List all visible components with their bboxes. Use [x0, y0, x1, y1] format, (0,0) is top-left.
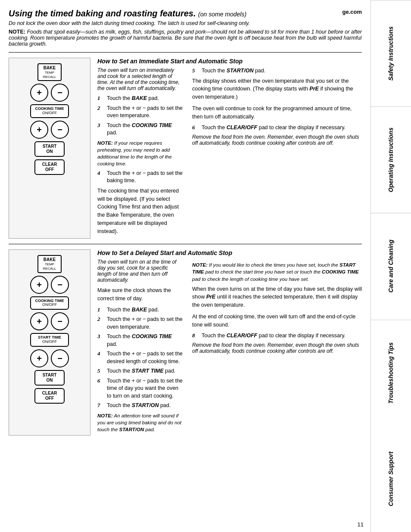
start-button-s2[interactable]: START ON	[34, 370, 65, 386]
page-number: 11	[358, 521, 364, 528]
note-label: NOTE:	[9, 29, 25, 35]
plus-button-s1[interactable]: +	[30, 84, 48, 102]
step8-s2: 8 Touch the CLEAR/OFF pad to clear the d…	[192, 332, 362, 340]
section2-steps-right: NOTE: If you would like to check the tim…	[192, 259, 362, 436]
section2-container: BAKE TEMPRECALL + − COOKING TIME ON/OFF …	[9, 249, 362, 436]
step3-s1: 3 Touch the COOKING TIME pad.	[97, 122, 184, 137]
page-title: Using the timed baking and roasting feat…	[9, 9, 246, 19]
note-right-s2: NOTE: If you would like to check the tim…	[192, 261, 362, 282]
plus-minus-row2-s2: + −	[30, 312, 69, 330]
step6-s1: 6 Touch the CLEAR/OFF pad to clear the d…	[192, 124, 362, 132]
plus-button-s2[interactable]: +	[30, 276, 48, 294]
section1-intro: The oven will turn on immediately and co…	[97, 67, 184, 91]
clear-button-s1[interactable]: CLEAR OFF	[34, 159, 65, 175]
bake-sub-s1: TEMPRECALL	[43, 71, 56, 79]
bake-sub-s2: TEMPRECALL	[43, 262, 56, 271]
plus-button3-s2[interactable]: +	[30, 349, 48, 367]
step6-s2: 6 Touch the + or − pads to set the time …	[97, 377, 184, 400]
section1-steps-cols: The oven will turn on immediately and co…	[97, 67, 362, 239]
note-middle-s1: NOTE: If your recipe requires preheating…	[97, 140, 184, 167]
plus-minus-row2-s1: + −	[30, 121, 69, 139]
section2-steps-left: The oven will turn on at the time of day…	[97, 259, 184, 436]
step1-s2: 1 Touch the BAKE pad.	[97, 306, 184, 314]
body1-s1: The cooking time that you entered will b…	[97, 187, 184, 236]
warning-text: Do not lock the oven door with the latch…	[9, 20, 362, 26]
body-right1-s1: The display shows either the oven temper…	[192, 77, 362, 101]
step2-s1: 2 Touch the + or − pads to set the oven …	[97, 105, 184, 120]
minus-button2-s2[interactable]: −	[51, 312, 69, 330]
section1-steps-right: 5 Touch the START/ON pad. The display sh…	[192, 67, 362, 239]
sidebar-operating: Operating Instructions	[371, 106, 411, 213]
cooking-time-button-s2[interactable]: COOKING TIME ON/OFF	[30, 296, 69, 310]
plus-minus-row1-s1: + −	[30, 84, 69, 102]
step5-s2: 5 Touch the START TIME pad.	[97, 367, 184, 375]
bake-button-s1[interactable]: BAKE TEMPRECALL	[37, 63, 61, 81]
plus-button2-s1[interactable]: +	[30, 121, 48, 139]
plus-minus-row3-s2: + −	[30, 349, 69, 367]
minus-button3-s2[interactable]: −	[51, 349, 69, 367]
step7-s2: 7 Touch the START/ON pad.	[97, 402, 184, 410]
plus-button2-s2[interactable]: +	[30, 312, 48, 330]
title-text: Using the timed baking and roasting feat…	[9, 9, 246, 18]
section2-intro: The oven will turn on at the time of day…	[97, 259, 184, 283]
section2-controls: BAKE TEMPRECALL + − COOKING TIME ON/OFF …	[9, 249, 90, 436]
cooking-time-button-s1[interactable]: COOKING TIME ON/OFF	[30, 104, 69, 118]
note-bottom-s2: NOTE: An attention tone will sound if yo…	[97, 412, 184, 433]
page-header: Using the timed baking and roasting feat…	[9, 9, 362, 19]
step3-s2: 3 Touch the COOKING TIME pad.	[97, 333, 184, 348]
minus-button2-s1[interactable]: −	[51, 121, 69, 139]
plus-minus-row1-s2: + −	[30, 276, 69, 294]
minus-button-s2[interactable]: −	[51, 276, 69, 294]
section2-lead: Make sure the clock shows the correct ti…	[97, 286, 184, 303]
section-divider-top	[9, 52, 362, 53]
step1-s1: 1 Touch the BAKE pad.	[97, 95, 184, 103]
section2-steps-cols: The oven will turn on at the time of day…	[97, 259, 362, 436]
step2-s2: 2 Touch the + or − pads to set the oven …	[97, 316, 184, 331]
step5-s1: 5 Touch the START/ON pad.	[192, 67, 362, 75]
section1-steps-left: The oven will turn on immediately and co…	[97, 67, 184, 239]
minus-button-s1[interactable]: −	[51, 84, 69, 102]
section1-heading: How to Set an Immediate Start and Automa…	[97, 58, 362, 65]
body-right2-s1: The oven will continue to cook for the p…	[192, 105, 362, 121]
clear-button-s2[interactable]: CLEAR OFF	[34, 388, 65, 404]
bake-button-s2[interactable]: BAKE TEMPRECALL	[37, 255, 61, 273]
section-divider-mid	[9, 244, 362, 244]
start-button-s1[interactable]: START ON	[34, 141, 65, 157]
sidebar-care: Care and Cleaning	[371, 213, 411, 319]
section1-controls: BAKE TEMPRECALL + − COOKING TIME ON/OFF …	[9, 58, 90, 239]
step4-s2: 4 Touch the + or − pads to set the desir…	[97, 350, 184, 365]
section2-instructions: How to Set a Delayed Start and Automatic…	[90, 249, 362, 436]
start-time-button-s2[interactable]: START TIME ON/OFF	[30, 333, 69, 347]
body-right2-s2: At the end of cooking time, the oven wil…	[192, 313, 362, 329]
main-content: Using the timed baking and roasting feat…	[0, 0, 371, 448]
footer-s2: Remove the food from the oven. Remember,…	[192, 342, 362, 354]
section1-container: BAKE TEMPRECALL + − COOKING TIME ON/OFF …	[9, 58, 362, 239]
sidebar-consumer: Consumer Support	[371, 426, 411, 532]
note-body: Foods that spoil easily—such as milk, eg…	[9, 29, 362, 47]
intro-note: NOTE: Foods that spoil easily—such as mi…	[9, 29, 362, 47]
website-link: ge.com	[342, 9, 362, 15]
sidebar-troubleshooting: Troubleshooting Tips	[371, 320, 411, 426]
section2-heading: How to Set a Delayed Start and Automatic…	[97, 249, 362, 256]
section1-instructions: How to Set an Immediate Start and Automa…	[90, 58, 362, 239]
body-right1-s2: When the oven turns on at the time of da…	[192, 285, 362, 309]
footer-s1: Remove the food from the oven. Remember,…	[192, 134, 362, 146]
right-sidebar: Safety Instructions Operating Instructio…	[371, 0, 411, 532]
sidebar-safety: Safety Instructions	[371, 0, 411, 106]
step4-s1: 4 Touch the + or − pads to set the bakin…	[97, 170, 184, 185]
